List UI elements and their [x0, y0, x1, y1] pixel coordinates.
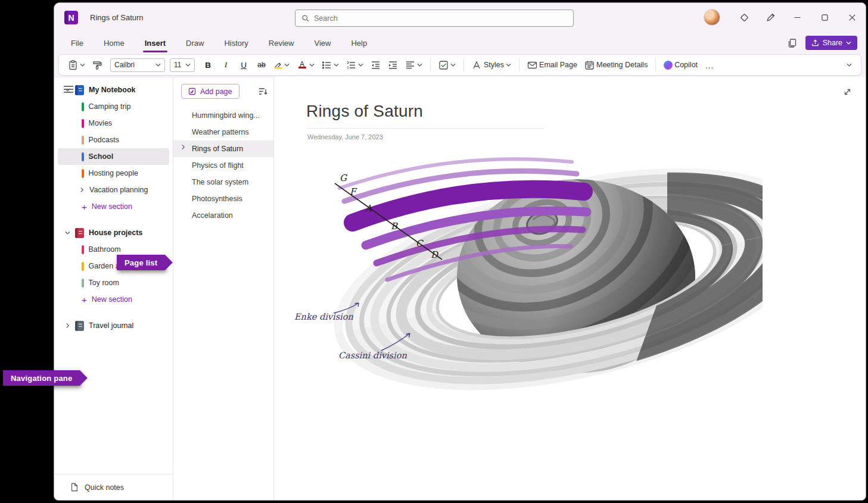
- menu-insert[interactable]: Insert: [144, 36, 167, 50]
- notebook-tree: My Notebook Camping trip Movies Podcasts…: [54, 79, 173, 474]
- notebook-icon: [75, 85, 84, 95]
- pencil-icon: [188, 88, 196, 95]
- increase-indent-button[interactable]: [385, 58, 401, 72]
- highlighter-button[interactable]: [271, 60, 293, 71]
- page-icon: [70, 483, 79, 492]
- chevron-right-icon[interactable]: [66, 323, 70, 329]
- section-school[interactable]: School: [58, 148, 169, 165]
- add-page-button[interactable]: Add page: [181, 84, 239, 99]
- notebook-house-projects[interactable]: House projects: [58, 224, 169, 241]
- svg-text:A: A: [365, 203, 372, 214]
- copilot-button[interactable]: Copilot: [661, 59, 701, 71]
- notebook-my-notebook[interactable]: My Notebook: [58, 82, 169, 98]
- section-color-bar: [82, 279, 84, 288]
- menu-draw[interactable]: Draw: [185, 36, 205, 50]
- format-painter-icon[interactable]: [89, 58, 105, 72]
- svg-text:C: C: [416, 238, 424, 249]
- page-item-selected[interactable]: Rings of Saturn: [173, 140, 273, 157]
- ribbon-band: Cailbri 11 B I U ab A: [54, 54, 866, 78]
- chevron-down-icon[interactable]: [65, 88, 70, 92]
- menu-bar: File Home Insert Draw History Review Vie…: [54, 32, 866, 54]
- menu-review[interactable]: Review: [267, 36, 295, 50]
- section-camping-trip[interactable]: Camping trip: [58, 98, 169, 115]
- global-search-input[interactable]: [314, 14, 567, 23]
- section-hosting-people[interactable]: Hosting people: [58, 165, 169, 182]
- notebook-icon: [75, 228, 84, 238]
- section-color-bar: [82, 169, 84, 178]
- strikethrough-button[interactable]: ab: [253, 59, 270, 71]
- new-section-button[interactable]: + New section: [58, 291, 169, 308]
- page-item[interactable]: Photosynthesis: [173, 190, 273, 207]
- alignment-button[interactable]: [402, 58, 425, 72]
- section-toy-room[interactable]: Toy room: [58, 274, 169, 291]
- enke-division-label: Enke division: [294, 312, 353, 321]
- section-podcasts[interactable]: Podcasts: [58, 132, 169, 148]
- chevron-right-icon[interactable]: [80, 188, 84, 193]
- sort-pages-icon[interactable]: [259, 88, 267, 95]
- calendar-icon: [584, 60, 595, 70]
- section-color-bar: [82, 152, 84, 161]
- envelope-icon: [527, 60, 537, 70]
- notebook-travel-journal[interactable]: Travel journal: [58, 317, 169, 334]
- maximize-button[interactable]: [811, 3, 838, 32]
- collapse-ribbon-chevron[interactable]: [844, 61, 855, 68]
- menu-view[interactable]: View: [313, 36, 332, 50]
- copilot-icon: [664, 61, 673, 70]
- search-icon: [301, 14, 310, 23]
- global-search-box[interactable]: [295, 10, 574, 27]
- rewards-icon[interactable]: [731, 3, 757, 32]
- styles-button[interactable]: Styles: [469, 58, 514, 72]
- section-color-bar: [82, 102, 84, 111]
- menu-history[interactable]: History: [223, 36, 249, 50]
- page-item[interactable]: The solar system: [173, 174, 273, 190]
- navigation-pane: My Notebook Camping trip Movies Podcasts…: [54, 77, 173, 500]
- share-button[interactable]: Share: [805, 36, 857, 50]
- font-name-select[interactable]: Cailbri: [110, 58, 165, 72]
- font-size-select[interactable]: 11: [170, 58, 195, 72]
- title-bar: N Rings of Saturn: [54, 3, 866, 32]
- notebook-icon: [75, 321, 84, 331]
- page-item[interactable]: Accelaration: [173, 207, 273, 224]
- page-list: Hummingbird wing... Weather patterns Rin…: [173, 107, 273, 224]
- font-color-button[interactable]: A: [294, 60, 318, 70]
- decrease-indent-button[interactable]: [368, 58, 384, 72]
- highlighter-icon: [274, 61, 282, 68]
- todo-tag-button[interactable]: [435, 58, 459, 72]
- page-item[interactable]: Hummingbird wing...: [173, 107, 273, 124]
- minimize-button[interactable]: [783, 3, 811, 32]
- paste-button[interactable]: [65, 58, 88, 72]
- saturn-diagram: G F A B C D Enke division Cassini divisi…: [286, 157, 763, 407]
- menu-help[interactable]: Help: [350, 36, 368, 50]
- page-title: Rings of Saturn: [306, 102, 423, 121]
- page-canvas[interactable]: Rings of Saturn Wednesday, June 7, 2023: [274, 77, 866, 500]
- section-group-vacation-planning[interactable]: Vacation planning: [58, 182, 169, 198]
- numbered-list-button[interactable]: [343, 58, 366, 72]
- more-options-button[interactable]: …: [702, 58, 717, 72]
- chevron-down-icon[interactable]: [65, 231, 70, 235]
- close-button[interactable]: [838, 3, 866, 32]
- menu-home[interactable]: Home: [102, 36, 126, 50]
- section-movies[interactable]: Movies: [58, 115, 169, 132]
- svg-text:G: G: [340, 173, 347, 183]
- quick-notes-button[interactable]: Quick notes: [54, 474, 173, 500]
- expand-page-icon[interactable]: [841, 85, 854, 98]
- page-item[interactable]: Weather patterns: [173, 124, 273, 140]
- section-color-bar: [82, 245, 84, 254]
- plus-icon: +: [82, 202, 87, 211]
- page-item[interactable]: Physics of flight: [173, 157, 273, 174]
- email-page-button[interactable]: Email Page: [524, 58, 580, 72]
- cassini-division-label: Cassini division: [338, 351, 407, 360]
- italic-button[interactable]: I: [217, 58, 234, 71]
- underline-button[interactable]: U: [235, 59, 252, 71]
- feedback-pen-icon[interactable]: [757, 3, 783, 32]
- onenote-logo-icon: N: [64, 11, 78, 24]
- window-title: Rings of Saturn: [90, 3, 144, 32]
- bold-button[interactable]: B: [200, 59, 216, 71]
- menu-file[interactable]: File: [70, 36, 85, 50]
- copy-page-icon[interactable]: [787, 38, 797, 48]
- meeting-details-button[interactable]: Meeting Details: [581, 58, 651, 72]
- bullet-list-button[interactable]: [319, 58, 342, 72]
- new-section-button[interactable]: + New section: [58, 198, 169, 215]
- svg-text:B: B: [391, 221, 398, 232]
- user-avatar[interactable]: [704, 9, 720, 26]
